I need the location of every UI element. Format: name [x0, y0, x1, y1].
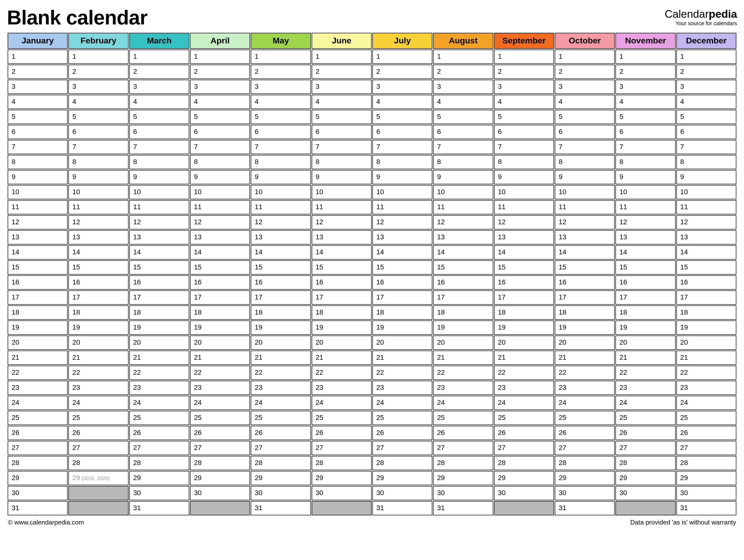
day-cell: 25 — [251, 411, 311, 425]
day-cell: 4 — [433, 95, 493, 109]
day-cell: 9 — [251, 170, 311, 184]
day-cell: 14 — [494, 245, 554, 260]
day-row: 161616161616161616161616 — [8, 275, 736, 290]
day-cell — [616, 501, 675, 515]
day-cell: 15 — [433, 260, 493, 274]
day-cell: 18 — [8, 305, 68, 320]
day-cell: 30 — [312, 486, 372, 500]
day-cell: 7 — [616, 140, 675, 154]
day-cell: 23 — [251, 381, 311, 395]
day-cell: 30 — [616, 486, 675, 500]
day-cell: 20 — [372, 336, 432, 350]
day-cell: 26 — [372, 426, 432, 440]
day-cell: 8 — [8, 155, 68, 169]
day-cell: 17 — [68, 290, 128, 305]
day-cell: 26 — [129, 426, 189, 440]
day-cell: 4 — [676, 95, 736, 109]
leap-day-note: (2016, 2020) — [81, 476, 109, 481]
day-cell: 1 — [68, 49, 128, 64]
day-cell: 22 — [190, 366, 250, 380]
day-cell: 9 — [433, 170, 493, 184]
day-cell: 23 — [616, 381, 675, 395]
day-cell: 29(2016, 2020) — [68, 471, 128, 485]
day-cell: 21 — [129, 350, 189, 365]
day-cell: 5 — [616, 110, 675, 124]
day-cell: 20 — [312, 336, 372, 350]
day-cell: 19 — [372, 321, 432, 335]
day-cell: 28 — [676, 456, 736, 470]
day-cell: 17 — [190, 290, 250, 305]
day-cell: 29 — [616, 471, 675, 485]
day-cell: 17 — [8, 290, 68, 305]
day-cell: 24 — [312, 396, 372, 410]
day-cell: 15 — [616, 260, 675, 274]
day-row: 111111111111 — [8, 49, 736, 64]
day-cell: 3 — [433, 80, 493, 94]
day-cell: 14 — [251, 245, 311, 260]
day-cell: 7 — [433, 140, 493, 154]
day-cell: 3 — [68, 80, 128, 94]
day-cell: 4 — [555, 95, 615, 109]
day-cell: 22 — [251, 366, 311, 380]
day-cell — [494, 501, 554, 515]
day-cell: 19 — [251, 321, 311, 335]
day-cell: 27 — [312, 441, 372, 455]
day-cell: 13 — [8, 230, 68, 245]
day-cell: 15 — [555, 260, 615, 274]
day-cell: 19 — [68, 321, 128, 335]
day-cell: 18 — [372, 305, 432, 320]
month-header-october: October — [555, 33, 615, 49]
day-cell: 19 — [433, 321, 493, 335]
day-cell: 23 — [676, 381, 736, 395]
day-cell: 6 — [494, 125, 554, 139]
day-cell: 16 — [190, 275, 250, 290]
day-cell: 23 — [312, 381, 372, 395]
day-cell: 31 — [129, 501, 189, 515]
day-cell: 18 — [312, 305, 372, 320]
day-cell: 24 — [555, 396, 615, 410]
day-cell: 6 — [616, 125, 675, 139]
day-cell: 10 — [676, 185, 736, 199]
day-cell: 5 — [8, 110, 68, 124]
month-header-march: March — [129, 33, 189, 49]
day-cell: 14 — [129, 245, 189, 260]
day-cell: 21 — [433, 350, 493, 365]
footer-left: © www.calendarpedia.com — [8, 519, 84, 526]
day-cell: 16 — [494, 275, 554, 290]
day-cell: 27 — [251, 441, 311, 455]
day-cell: 30 — [676, 486, 736, 500]
day-cell: 3 — [555, 80, 615, 94]
day-cell: 2 — [312, 65, 372, 79]
day-cell: 25 — [616, 411, 675, 425]
day-cell: 12 — [312, 215, 372, 229]
day-cell: 7 — [251, 140, 311, 154]
day-cell: 24 — [251, 396, 311, 410]
day-row: 888888888888 — [8, 155, 736, 169]
day-cell: 12 — [129, 215, 189, 229]
day-cell: 29 — [494, 471, 554, 485]
day-cell: 26 — [555, 426, 615, 440]
day-cell: 13 — [190, 230, 250, 245]
day-cell: 19 — [8, 321, 68, 335]
day-cell: 1 — [372, 49, 432, 64]
day-cell: 19 — [676, 321, 736, 335]
day-cell: 24 — [372, 396, 432, 410]
day-cell: 5 — [129, 110, 189, 124]
day-cell: 8 — [190, 155, 250, 169]
day-cell: 1 — [555, 49, 615, 64]
day-cell: 10 — [616, 185, 675, 199]
day-row: 222222222222222222222222 — [8, 366, 736, 380]
day-cell: 30 — [190, 486, 250, 500]
day-cell: 12 — [616, 215, 675, 229]
day-cell: 29 — [129, 471, 189, 485]
month-header-november: November — [616, 33, 675, 49]
day-row: 202020202020202020202020 — [8, 336, 736, 350]
day-cell: 23 — [494, 381, 554, 395]
day-cell: 13 — [129, 230, 189, 245]
day-cell: 25 — [433, 411, 493, 425]
day-cell: 25 — [68, 411, 128, 425]
day-cell: 5 — [190, 110, 250, 124]
day-cell: 30 — [372, 486, 432, 500]
day-cell: 2 — [129, 65, 189, 79]
day-cell: 28 — [251, 456, 311, 470]
